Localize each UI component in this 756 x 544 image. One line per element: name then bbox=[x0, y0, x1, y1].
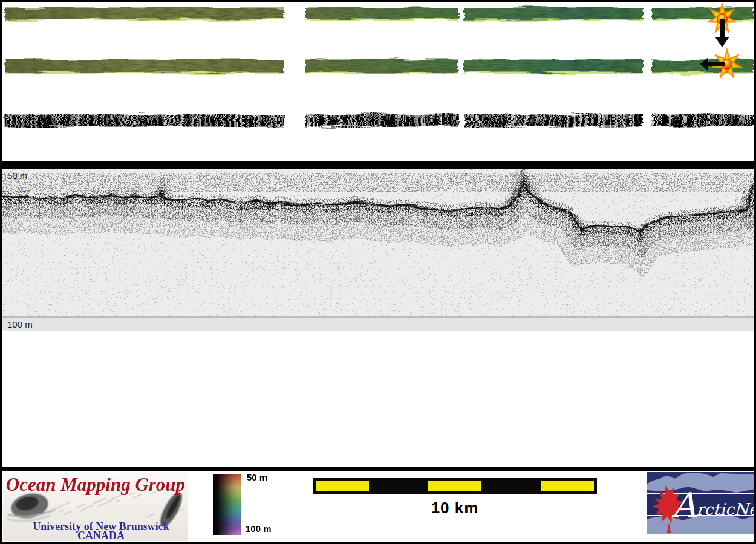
left-arrow-icon bbox=[708, 62, 725, 66]
track-start-marker bbox=[709, 5, 736, 47]
omg-country: CANADA bbox=[77, 529, 125, 541]
swath-svg bbox=[2, 2, 754, 161]
scale-bar-segment bbox=[541, 481, 594, 491]
scale-bar-label: 10 km bbox=[313, 499, 597, 517]
colorbar-label-top: 50 m bbox=[247, 472, 267, 482]
echogram-below-data bbox=[2, 331, 754, 467]
down-arrow-icon bbox=[720, 19, 725, 38]
echogram-svg: 50 m 100 m bbox=[2, 169, 754, 467]
panel-divider-bottom bbox=[2, 467, 754, 471]
depth-label-50m: 50 m bbox=[7, 170, 27, 181]
swath-strip-segment bbox=[652, 8, 754, 21]
swath-strip-segment bbox=[465, 114, 643, 127]
survey-composite-figure: 50 m 100 m Ocean Mapping Group Universit… bbox=[0, 0, 756, 544]
swath-strip-segment bbox=[305, 60, 458, 74]
swath-strip-segment bbox=[652, 114, 754, 127]
swath-strip-segment bbox=[4, 114, 284, 127]
depth-colorbar bbox=[213, 474, 241, 535]
echogram-100m-band bbox=[2, 317, 754, 331]
footer: Ocean Mapping Group University of New Br… bbox=[2, 471, 754, 542]
swath-strip-segment bbox=[305, 8, 458, 21]
scale-bar-segment bbox=[316, 481, 369, 491]
swath-strip-segment bbox=[5, 60, 284, 74]
omg-title: Ocean Mapping Group bbox=[6, 474, 185, 495]
swath-strip-segment bbox=[5, 8, 284, 21]
depth-label-100m: 100 m bbox=[7, 319, 33, 329]
swath-strip-segment bbox=[464, 8, 643, 21]
panel-divider-top bbox=[2, 161, 754, 169]
colorbar-label-bottom: 100 m bbox=[246, 523, 272, 534]
arcticnet-logo: ArcticNet bbox=[645, 471, 756, 535]
swath-strip-segment bbox=[305, 114, 459, 127]
scale-bar bbox=[313, 478, 597, 494]
omg-logo: Ocean Mapping Group University of New Br… bbox=[3, 472, 188, 541]
seafloor-trace-group bbox=[2, 169, 754, 317]
scale-bar-segment bbox=[428, 481, 481, 491]
swath-panel bbox=[2, 2, 754, 161]
swath-strip-segment bbox=[463, 60, 643, 74]
echogram-panel: 50 m 100 m bbox=[2, 169, 754, 467]
